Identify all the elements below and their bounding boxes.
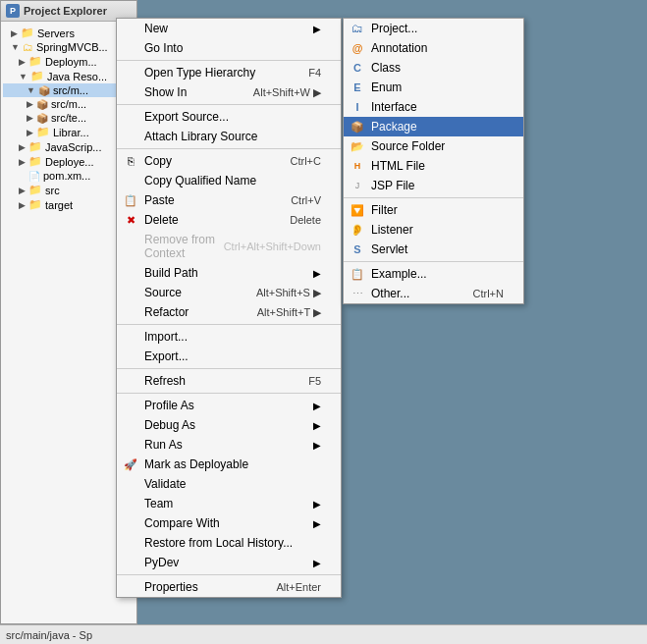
menu-item-copy-qualified-label: Copy Qualified Name: [144, 174, 321, 188]
menu-item-properties-shortcut: Alt+Enter: [276, 581, 321, 593]
menu-item-profile-as[interactable]: Profile As ▶: [117, 396, 341, 415]
submenu-item-filter-label: Filter: [371, 203, 504, 217]
file-icon: 📄: [28, 171, 40, 182]
menu-item-copy[interactable]: ⎘ Copy Ctrl+C: [117, 151, 341, 171]
menu-item-import[interactable]: Import...: [117, 327, 341, 347]
tree-label: src: [45, 185, 60, 196]
menu-item-copy-label: Copy: [144, 154, 283, 168]
submenu-item-annotation[interactable]: @ Annotation: [344, 38, 523, 58]
expand-arrow: ▶: [27, 128, 33, 137]
menu-item-remove-from-context: Remove from Context Ctrl+Alt+Shift+Down: [117, 230, 341, 263]
submenu-arrow: ▶: [313, 401, 321, 411]
menu-item-export-label: Export...: [144, 349, 321, 363]
menu-item-export-source-label: Export Source...: [144, 110, 321, 124]
menu-item-show-in[interactable]: Show In Alt+Shift+W ▶: [117, 82, 341, 102]
tree-item-pom[interactable]: ▶ 📄 pom.xm...: [3, 169, 135, 183]
source-folder-icon: 📂: [350, 138, 365, 154]
menu-item-build-path[interactable]: Build Path ▶: [117, 263, 341, 283]
menu-item-attach-library[interactable]: Attach Library Source: [117, 127, 341, 146]
menu-item-refresh[interactable]: Refresh F5: [117, 371, 341, 391]
submenu-item-project[interactable]: 🗂 Project...: [344, 19, 523, 38]
submenu-item-other-shortcut: Ctrl+N: [473, 288, 504, 299]
tree-label: Servers: [37, 27, 75, 39]
menu-item-compare-with[interactable]: Compare With ▶: [117, 513, 341, 533]
tree-item-src-main2[interactable]: ▶ 📦 src/m...: [3, 97, 135, 111]
submenu-item-package-label: Package: [371, 120, 504, 134]
menu-separator: [117, 104, 341, 105]
menu-item-open-type-hierarchy[interactable]: Open Type Hierarchy F4: [117, 63, 341, 82]
submenu-item-html-file[interactable]: H HTML File: [344, 156, 523, 176]
submenu-arrow: ▶: [313, 24, 321, 34]
menu-item-go-into[interactable]: Go Into: [117, 38, 341, 58]
menu-item-paste[interactable]: 📋 Paste Ctrl+V: [117, 190, 341, 210]
tree-item-servers[interactable]: ▶ 📁 Servers: [3, 26, 135, 40]
submenu-item-source-folder[interactable]: 📂 Source Folder: [344, 136, 523, 156]
menu-item-mark-deployable-label: Mark as Deployable: [144, 457, 321, 471]
menu-separator: [117, 574, 341, 575]
tree-item-deploy[interactable]: ▶ 📁 Deploym...: [3, 54, 135, 69]
submenu-item-listener-label: Listener: [371, 223, 504, 237]
menu-item-profile-as-label: Profile As: [144, 399, 309, 412]
menu-item-copy-qualified[interactable]: Copy Qualified Name: [117, 171, 341, 190]
tree-item-src-te[interactable]: ▶ 📦 src/te...: [3, 111, 135, 125]
menu-item-team[interactable]: Team ▶: [117, 494, 341, 513]
tree-label: Java Reso...: [47, 71, 107, 82]
submenu-item-enum[interactable]: E Enum: [344, 78, 523, 97]
submenu-arrow: ▶: [313, 558, 321, 568]
menu-item-properties[interactable]: Properties Alt+Enter: [117, 577, 341, 597]
menu-item-pydev[interactable]: PyDev ▶: [117, 553, 341, 572]
tree-item-librar[interactable]: ▶ 📁 Librar...: [3, 125, 135, 139]
submenu-item-other[interactable]: ⋯ Other... Ctrl+N: [344, 284, 523, 303]
servlet-icon: S: [350, 242, 365, 257]
submenu-item-example[interactable]: 📋 Example...: [344, 264, 523, 284]
jsp-icon: J: [350, 178, 365, 193]
menu-item-source[interactable]: Source Alt+Shift+S ▶: [117, 283, 341, 302]
menu-item-source-shortcut: Alt+Shift+S ▶: [256, 287, 321, 299]
menu-item-new-label: New: [144, 22, 309, 35]
submenu-item-package[interactable]: 📦 Package: [344, 117, 523, 136]
menu-item-restore-history[interactable]: Restore from Local History...: [117, 533, 341, 553]
submenu-item-listener[interactable]: 👂 Listener: [344, 220, 523, 240]
submenu-arrow: ▶: [313, 420, 321, 431]
menu-item-debug-as[interactable]: Debug As ▶: [117, 415, 341, 435]
submenu-item-source-folder-label: Source Folder: [371, 139, 504, 153]
submenu-item-interface[interactable]: I Interface: [344, 97, 523, 117]
expand-arrow: ▼: [19, 72, 27, 81]
menu-item-validate-label: Validate: [144, 477, 321, 491]
menu-item-run-as[interactable]: Run As ▶: [117, 435, 341, 455]
tree-item-deployed[interactable]: ▶ 📁 Deploye...: [3, 154, 135, 169]
context-menu: New ▶ Go Into Open Type Hierarchy F4 Sho…: [116, 18, 342, 598]
menu-item-properties-label: Properties: [144, 580, 268, 594]
tree-label: src/m...: [51, 98, 86, 110]
submenu-item-servlet[interactable]: S Servlet: [344, 240, 523, 259]
folder-icon: 📁: [36, 126, 50, 138]
menu-item-export-source[interactable]: Export Source...: [117, 107, 341, 127]
menu-item-remove-from-context-label: Remove from Context: [144, 233, 216, 260]
submenu-item-enum-label: Enum: [371, 80, 504, 94]
menu-item-build-path-label: Build Path: [144, 266, 309, 280]
menu-item-new[interactable]: New ▶: [117, 19, 341, 38]
menu-item-run-as-label: Run As: [144, 438, 309, 452]
folder-icon: 📁: [28, 198, 42, 211]
menu-item-refactor[interactable]: Refactor Alt+Shift+T ▶: [117, 302, 341, 322]
status-bar-text: src/main/java - Sp: [6, 629, 92, 641]
tree-item-target[interactable]: ▶ 📁 target: [3, 197, 135, 212]
tree-item-javascript[interactable]: ▶ 📁 JavaScrip...: [3, 139, 135, 154]
tree-label: Librar...: [53, 127, 89, 138]
other-icon: ⋯: [350, 286, 365, 301]
menu-item-validate[interactable]: Validate: [117, 474, 341, 494]
tree-item-src-main[interactable]: ▼ 📦 src/m...: [3, 83, 135, 97]
menu-item-delete[interactable]: ✖ Delete Delete: [117, 210, 341, 230]
submenu-item-jsp-file[interactable]: J JSP File: [344, 176, 523, 195]
tree-item-src[interactable]: ▶ 📁 src: [3, 183, 135, 197]
tree-item-spring[interactable]: ▼ 🗂 SpringMVCB...: [3, 40, 135, 54]
submenu-item-class[interactable]: C Class: [344, 58, 523, 78]
menu-item-export[interactable]: Export...: [117, 347, 341, 366]
tree-item-java-res[interactable]: ▼ 📁 Java Reso...: [3, 69, 135, 83]
expand-arrow: ▼: [27, 85, 35, 95]
project-icon: 🗂: [23, 41, 33, 53]
menu-item-mark-deployable[interactable]: 🚀 Mark as Deployable: [117, 455, 341, 474]
tree-label: pom.xm...: [43, 170, 90, 182]
submenu-item-filter[interactable]: 🔽 Filter: [344, 200, 523, 220]
submenu-item-other-label: Other...: [371, 287, 465, 300]
